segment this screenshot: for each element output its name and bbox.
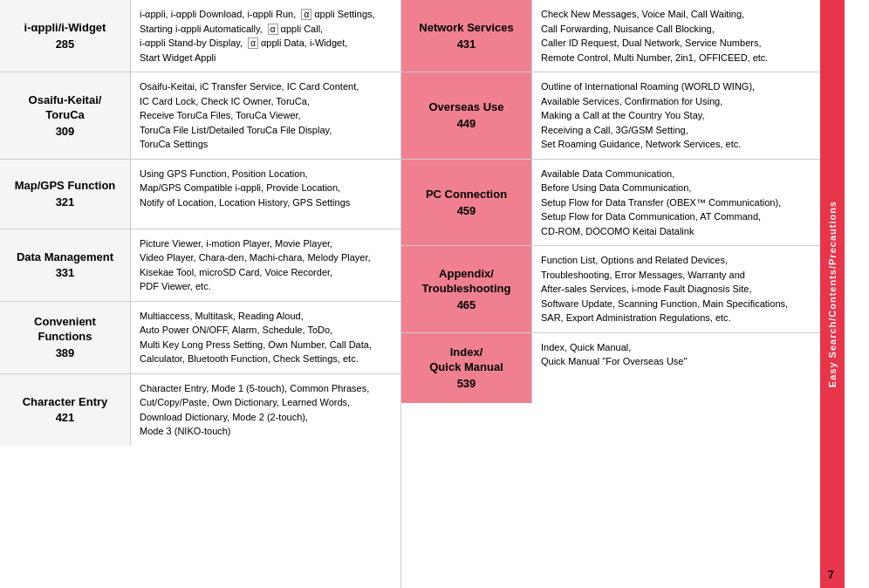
row-header-iappli: i-αppli/i-Widget 285 [0, 0, 131, 72]
row-header-character: Character Entry 421 [0, 374, 131, 446]
right-row-number: 431 [457, 38, 476, 51]
row-title: Character Entry [23, 395, 108, 410]
row-content-convenient: Multiaccess, Multitask, Reading Aloud, A… [131, 302, 400, 373]
row-title: i-αppli/i-Widget [24, 21, 106, 36]
right-row-title: PC Connection [426, 188, 507, 202]
right-row-number: 449 [457, 117, 476, 130]
row-title: Map/GPS Function [15, 179, 116, 194]
row-number: 421 [56, 411, 75, 424]
right-row-header-overseas: Overseas Use 449 [401, 72, 532, 159]
right-row-number: 539 [457, 377, 476, 390]
row-content-osaifu: Osaifu-Keitai, iC Transfer Service, IC C… [131, 72, 400, 159]
row-header-datamanagement: Data Management 331 [0, 229, 131, 301]
table-row: Osaifu-Keitai/ToruCa 309 Osaifu-Keitai, … [0, 72, 400, 160]
page-number: 7 [828, 568, 834, 581]
right-row-title: Index/Quick Manual [429, 345, 503, 375]
row-title: ConvenientFunctions [34, 315, 96, 345]
right-row-content-overseas: Outline of International Roaming (WORLD … [532, 72, 820, 159]
right-table-row: PC Connection 459 Available Data Communi… [401, 160, 820, 247]
right-row-header-appendix: Appendix/Troubleshooting 465 [401, 246, 532, 332]
left-column: i-αppli/i-Widget 285 i-αppli, i-αppli Do… [0, 0, 401, 588]
row-content-iappli: i-αppli, i-αppli Download, i-αppli Run, … [131, 0, 400, 72]
right-row-header-network: Network Services 431 [401, 0, 532, 72]
table-row: Map/GPS Function 321 Using GPS Function,… [0, 160, 400, 229]
sidebar-tab: Easy Search/Contents/Precautions [820, 0, 845, 588]
right-table-row: Network Services 431 Check New Messages,… [401, 0, 820, 72]
right-row-title: Overseas Use [428, 100, 503, 115]
row-header-mapgps: Map/GPS Function 321 [0, 160, 131, 229]
row-number: 309 [56, 125, 75, 138]
right-row-title: Network Services [419, 21, 513, 36]
right-row-content-index: Index, Quick Manual, Quick Manual "For O… [532, 333, 820, 403]
row-header-osaifu: Osaifu-Keitai/ToruCa 309 [0, 72, 131, 159]
table-row: Data Management 331 Picture Viewer, i-mo… [0, 229, 400, 302]
right-row-content-appendix: Function List, Options and Related Devic… [532, 246, 820, 332]
right-row-title: Appendix/Troubleshooting [422, 267, 511, 297]
row-content-datamanagement: Picture Viewer, i-motion Player, Movie P… [131, 229, 400, 301]
row-number: 331 [56, 266, 75, 279]
right-column: Network Services 431 Check New Messages,… [401, 0, 820, 588]
right-row-number: 465 [457, 298, 476, 311]
row-number: 285 [56, 38, 75, 51]
right-row-header-index: Index/Quick Manual 539 [401, 333, 532, 403]
right-row-content-network: Check New Messages, Voice Mail, Call Wai… [532, 0, 820, 72]
table-row: i-αppli/i-Widget 285 i-αppli, i-αppli Do… [0, 0, 400, 72]
row-number: 389 [56, 346, 75, 359]
right-table-row: Overseas Use 449 Outline of Internationa… [401, 72, 820, 160]
row-content-character: Character Entry, Mode 1 (5-touch), Commo… [131, 374, 400, 446]
row-title: Data Management [17, 250, 113, 265]
row-number: 321 [56, 195, 75, 209]
row-header-convenient: ConvenientFunctions 389 [0, 302, 131, 373]
right-row-header-pc: PC Connection 459 [401, 160, 532, 246]
right-row-number: 459 [457, 204, 476, 217]
right-row-content-pc: Available Data Communication, Before Usi… [532, 160, 820, 246]
table-row: Character Entry 421 Character Entry, Mod… [0, 374, 400, 446]
row-title: Osaifu-Keitai/ToruCa [29, 93, 102, 123]
right-table-row: Index/Quick Manual 539 Index, Quick Manu… [401, 333, 820, 403]
table-row: ConvenientFunctions 389 Multiaccess, Mul… [0, 302, 400, 374]
right-table-row: Appendix/Troubleshooting 465 Function Li… [401, 246, 820, 333]
row-content-mapgps: Using GPS Function, Position Location, M… [131, 160, 400, 229]
sidebar-label: Easy Search/Contents/Precautions [827, 201, 838, 387]
